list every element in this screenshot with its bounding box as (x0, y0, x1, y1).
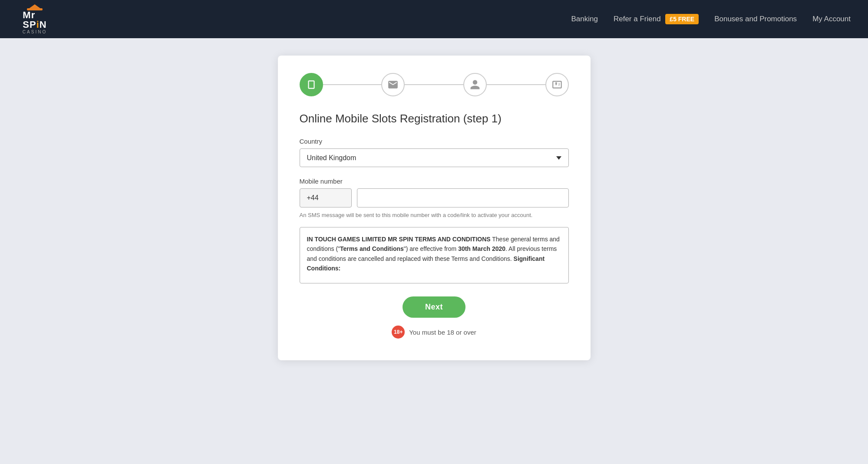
hat-icon (29, 4, 41, 9)
main-content: Online Mobile Slots Registration (step 1… (0, 38, 868, 464)
nav-refer[interactable]: Refer a Friend £5 FREE (614, 15, 699, 23)
step-3-circle (463, 73, 487, 96)
refer-badge: £5 FREE (665, 14, 699, 24)
step-line-1 (323, 84, 382, 85)
age-text: You must be 18 or over (409, 329, 476, 336)
sms-note: An SMS message will be sent to this mobi… (300, 212, 569, 218)
nav-bonuses[interactable]: Bonuses and Promotions (714, 15, 797, 23)
mobile-label: Mobile number (300, 178, 569, 185)
nav-my-account[interactable]: My Account (812, 15, 851, 23)
logo-text: MrSPiN (23, 10, 46, 30)
header: MrSPiN CASINO Banking Refer a Friend £5 … (0, 0, 868, 38)
terms-box[interactable]: IN TOUCH GAMES LIMITED MR SPIN TERMS AND… (300, 227, 569, 283)
step-indicators (300, 73, 569, 96)
logo: MrSPiN CASINO (17, 4, 52, 34)
main-nav: Banking Refer a Friend £5 FREE Bonuses a… (571, 15, 851, 23)
person-icon (469, 79, 481, 90)
next-button[interactable]: Next (403, 296, 465, 318)
country-select[interactable]: United Kingdom (300, 148, 569, 167)
terms-content: IN TOUCH GAMES LIMITED MR SPIN TERMS AND… (307, 234, 561, 283)
step-line-2 (405, 84, 463, 85)
age-notice: 18+ You must be 18 or over (300, 326, 569, 339)
step-line-3 (487, 84, 545, 85)
nav-banking[interactable]: Banking (571, 15, 598, 23)
step-4-circle (545, 73, 569, 96)
age-badge: 18+ (392, 326, 405, 339)
country-prefix-input[interactable] (300, 188, 352, 207)
next-button-wrap: Next (300, 296, 569, 318)
email-icon (387, 79, 399, 90)
country-label: Country (300, 138, 569, 145)
step-1-circle (300, 73, 323, 96)
step-2-circle (381, 73, 405, 96)
form-title: Online Mobile Slots Registration (step 1… (300, 112, 569, 125)
registration-card: Online Mobile Slots Registration (step 1… (278, 56, 591, 360)
phone-icon (306, 79, 317, 90)
logo-sub: CASINO (23, 30, 47, 34)
id-card-icon (551, 79, 563, 90)
logo-area: MrSPiN CASINO (17, 4, 52, 34)
phone-number-input[interactable] (357, 188, 569, 207)
mobile-row (300, 188, 569, 207)
